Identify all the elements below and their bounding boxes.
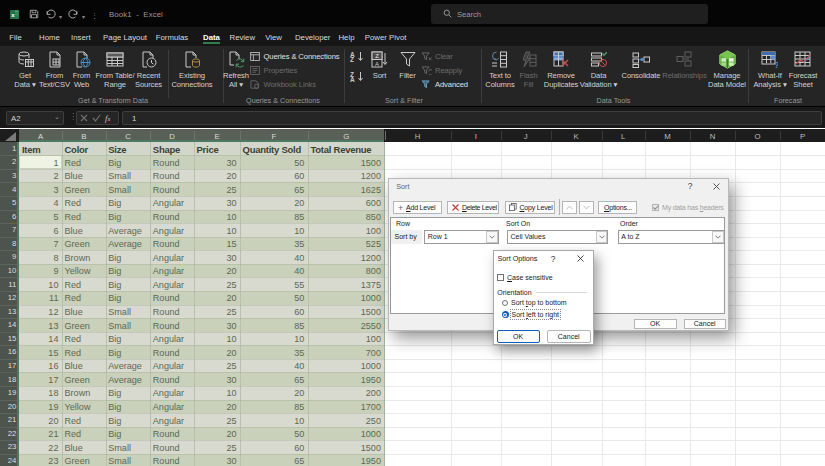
svg-text:?: ?: [774, 60, 778, 69]
svg-text:A: A: [375, 61, 379, 67]
svg-text:Z: Z: [375, 53, 379, 59]
